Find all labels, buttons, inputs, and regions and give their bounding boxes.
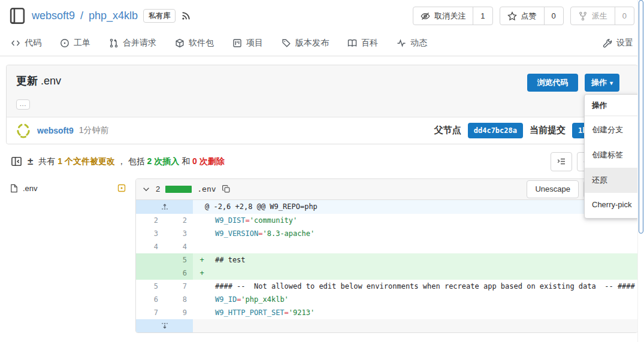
commit-title-prefix: 更新 xyxy=(16,75,38,87)
old-line-number[interactable]: 5 xyxy=(136,280,164,293)
star-button[interactable]: 点赞 xyxy=(500,7,544,25)
code-line: W9_ID='php_x4klb' xyxy=(211,293,637,306)
old-line-number[interactable] xyxy=(136,267,164,280)
diff-row: 33W9_VERSION='8.3-apache' xyxy=(136,227,637,240)
collapse-file-chevron-icon[interactable] xyxy=(142,185,150,193)
new-line-number[interactable]: 9 xyxy=(164,306,193,319)
old-line-number[interactable]: 4 xyxy=(136,240,164,253)
operations-dropdown-button[interactable]: 操作 ▾ xyxy=(585,74,619,92)
file-icon xyxy=(10,184,19,193)
watch-count[interactable]: 1 xyxy=(473,7,492,25)
new-line-number[interactable]: 2 xyxy=(164,214,193,227)
code-line: #### -- Not allowed to edit below enviro… xyxy=(211,280,637,293)
scrollbar-thumb[interactable] xyxy=(639,0,643,234)
tab-issues[interactable]: 工单 xyxy=(60,38,90,49)
expand-up-button[interactable] xyxy=(136,200,193,214)
avatar[interactable] xyxy=(15,122,32,139)
tab-wiki[interactable]: 百科 xyxy=(347,38,378,49)
menu-item-create-tag[interactable]: 创建标签 xyxy=(585,143,639,168)
eye-slash-icon xyxy=(421,11,430,21)
menu-item-cherry-pick[interactable]: Cherry-pick xyxy=(585,193,639,216)
menu-item-create-branch[interactable]: 创建分支 xyxy=(585,117,639,143)
commit-time: 1分钟前 xyxy=(79,125,109,136)
new-line-number[interactable]: 7 xyxy=(164,280,193,293)
repo-owner-link[interactable]: websoft9 xyxy=(32,10,75,22)
diff-line-marker xyxy=(193,214,211,227)
diff-row: 5+## test xyxy=(136,253,637,267)
tab-packages[interactable]: 软件包 xyxy=(175,38,214,49)
browse-code-button[interactable]: 浏览代码 xyxy=(527,74,578,92)
star-count[interactable]: 0 xyxy=(544,7,563,25)
parent-sha-button[interactable]: dd4c7bc28a xyxy=(468,123,523,138)
tab-releases[interactable]: 版本发布 xyxy=(282,38,329,49)
unwatch-label: 取消关注 xyxy=(434,11,465,22)
tab-code[interactable]: 代码 xyxy=(11,38,41,49)
scrollbar-track[interactable] xyxy=(637,0,644,342)
menu-item-revert[interactable]: 还原 xyxy=(585,168,639,193)
tab-projects[interactable]: 项目 xyxy=(232,38,263,49)
diff-line-marker xyxy=(193,280,211,293)
old-line-number[interactable]: 7 xyxy=(136,306,164,319)
fork-count[interactable]: 0 xyxy=(615,7,634,25)
diff-row xyxy=(136,319,637,332)
repo-title: websoft9 / php_x4klb 私有库 xyxy=(8,7,191,25)
fork-button[interactable]: 派生 xyxy=(571,7,615,25)
tab-activity[interactable]: 动态 xyxy=(397,38,427,49)
sidebar-toggle-icon[interactable] xyxy=(11,156,22,167)
commit-message-expand-button[interactable]: ... xyxy=(16,99,30,110)
stats-text: 共有 1 个文件被更改 ， 包括 2 次插入 和 0 次删除 xyxy=(38,156,224,167)
copy-icon[interactable] xyxy=(222,184,231,193)
star-button-group: 点赞 0 xyxy=(500,7,564,25)
old-line-number[interactable] xyxy=(136,253,164,267)
star-icon xyxy=(507,11,517,21)
diff-line-marker: + xyxy=(193,267,211,280)
repo-name-link[interactable]: php_x4klb xyxy=(89,10,138,22)
new-line-number[interactable]: 5 xyxy=(164,253,193,267)
new-line-number[interactable]: 4 xyxy=(164,240,193,253)
operations-dropdown-menu: 操作 创建分支 创建标签 还原 Cherry-pick xyxy=(584,94,640,219)
unwatch-button[interactable]: 取消关注 xyxy=(413,7,473,25)
main-content: 更新 .env ... 浏览代码 操作 ▾ xyxy=(0,65,644,333)
code-line xyxy=(211,240,637,253)
tab-pull-requests[interactable]: 合并请求 xyxy=(109,38,156,49)
unescape-button[interactable]: Unescape xyxy=(527,180,579,198)
stats-files-changed: 1 个文件被更改 xyxy=(58,156,115,166)
diff-options-button[interactable] xyxy=(551,152,572,171)
pulse-icon xyxy=(397,38,406,48)
old-line-number[interactable]: 6 xyxy=(136,293,164,306)
stats-and: 和 xyxy=(182,156,190,166)
code-icon xyxy=(11,38,20,48)
file-tree-item[interactable]: .env xyxy=(6,181,129,196)
expand-up-icon xyxy=(161,202,169,211)
new-line-number[interactable]: 8 xyxy=(164,293,193,306)
dropdown-divider xyxy=(585,116,639,116)
old-line-number[interactable]: 3 xyxy=(136,227,164,240)
repo-separator: / xyxy=(80,10,83,22)
old-line-number[interactable]: 2 xyxy=(136,214,164,227)
issue-icon xyxy=(60,38,69,48)
commit-meta-row: websoft9 1分钟前 父节点 dd4c7bc28a 当前提交 1b0 xyxy=(7,117,637,144)
diff-table: @ -2,6 +2,8 @@ W9_REPO=php22W9_DIST='com… xyxy=(136,200,637,332)
repo-journal-icon xyxy=(8,7,26,25)
package-icon xyxy=(175,38,185,48)
rss-icon[interactable] xyxy=(181,11,191,21)
expand-down-icon xyxy=(161,322,169,330)
page: websoft9 / php_x4klb 私有库 xyxy=(0,0,644,342)
stats-include: 包括 xyxy=(128,156,145,166)
additions-bar xyxy=(165,186,192,193)
book-icon xyxy=(347,38,357,48)
new-line-number[interactable]: 3 xyxy=(164,227,193,240)
tag-icon xyxy=(282,38,291,48)
tab-settings[interactable]: 设置 xyxy=(603,38,633,49)
diff-row: 68W9_ID='php_x4klb' xyxy=(136,293,637,306)
new-line-number[interactable]: 6 xyxy=(164,267,193,280)
fork-label: 派生 xyxy=(592,11,607,22)
commit-author-link[interactable]: websoft9 xyxy=(37,126,74,135)
diff-row: 57#### -- Not allowed to edit below envi… xyxy=(136,280,637,293)
expand-row-filler xyxy=(193,319,637,332)
current-commit-label: 当前提交 xyxy=(530,125,566,136)
commit-header: 更新 .env ... 浏览代码 操作 ▾ xyxy=(7,65,637,117)
expand-down-button[interactable] xyxy=(136,319,193,332)
star-label: 点赞 xyxy=(521,11,537,22)
diff-row: 44 xyxy=(136,240,637,253)
